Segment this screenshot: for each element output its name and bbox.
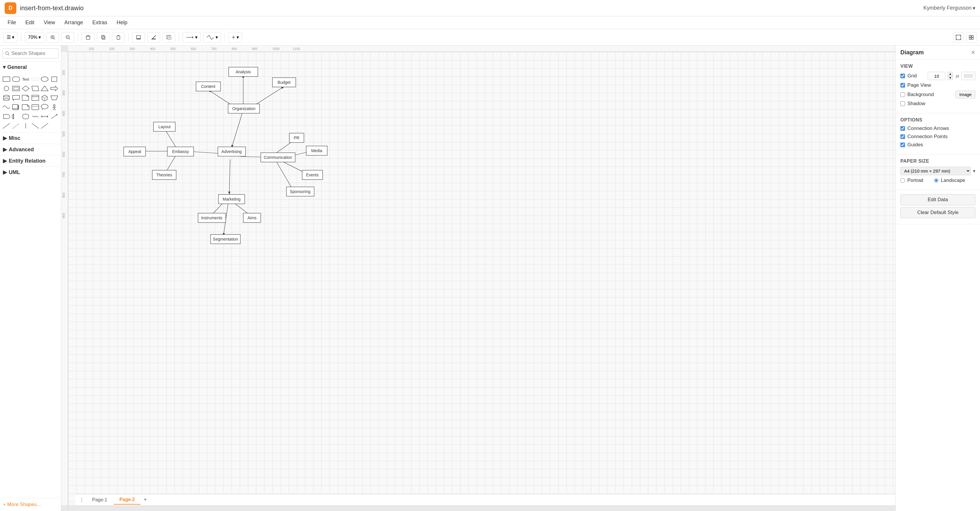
shape-doc[interactable]: [22, 94, 30, 102]
shape-note[interactable]: [22, 103, 30, 111]
shadow-btn[interactable]: [162, 32, 175, 43]
shape-inner-rect[interactable]: [12, 85, 20, 93]
shape-frame[interactable]: [31, 94, 40, 102]
svg-rect-78: [23, 114, 29, 119]
copy-btn[interactable]: [97, 32, 110, 43]
guides-label[interactable]: Guides: [900, 142, 923, 148]
shape-callout[interactable]: [12, 94, 20, 102]
search-input[interactable]: [11, 51, 56, 56]
shape-multi-doc[interactable]: [12, 103, 20, 111]
grid-checkbox-label[interactable]: Grid: [900, 73, 917, 79]
shape-rectangle[interactable]: [2, 75, 11, 83]
zoom-in-btn[interactable]: [46, 32, 59, 43]
guides-checkbox[interactable]: [900, 142, 905, 147]
shape-cylinder[interactable]: [2, 94, 11, 102]
shape-wave[interactable]: [2, 103, 11, 111]
shape-arrow-both[interactable]: [41, 112, 49, 121]
clear-default-style-btn[interactable]: Clear Default Style: [900, 207, 975, 218]
menu-help[interactable]: Help: [113, 18, 132, 27]
page-menu-btn[interactable]: ⋮: [78, 496, 86, 504]
connection-points-checkbox[interactable]: [900, 134, 905, 139]
menu-file[interactable]: File: [3, 18, 20, 27]
grid-color-box[interactable]: [961, 72, 975, 80]
connector-style[interactable]: ▾: [183, 32, 200, 43]
portrait-label[interactable]: Portrait: [900, 177, 923, 184]
shape-trapezoid[interactable]: [50, 94, 58, 102]
shape-squiggle[interactable]: [31, 112, 40, 121]
section-misc-header[interactable]: ▶ Misc: [0, 132, 61, 144]
shape-parallelogram[interactable]: [31, 85, 40, 93]
portrait-radio[interactable]: [900, 178, 905, 183]
shape-speech-bubble[interactable]: [41, 103, 49, 111]
zoom-out-btn[interactable]: [62, 32, 75, 43]
shape-card[interactable]: [31, 103, 40, 111]
user-info[interactable]: Kymberly Fergusson ▾: [923, 5, 975, 11]
grid-checkbox[interactable]: [900, 73, 905, 78]
section-general-header[interactable]: ▾ General: [0, 61, 61, 73]
add-page-btn[interactable]: +: [141, 496, 150, 504]
sidebar-toggle[interactable]: ☰▾: [3, 32, 18, 43]
shape-text[interactable]: Text: [22, 75, 30, 83]
connection-arrows-label[interactable]: Connection Arrows: [900, 126, 949, 131]
format-panel-btn[interactable]: [966, 32, 977, 43]
paper-size-select[interactable]: A4 (210 mm × 297 mm) Letter A3: [900, 167, 970, 175]
shadow-checkbox[interactable]: [900, 101, 905, 106]
shape-ellipse[interactable]: [41, 75, 49, 83]
shape-vertical-line[interactable]: [22, 122, 30, 130]
fill-color-btn[interactable]: [132, 32, 145, 43]
section-uml-header[interactable]: ▶ UML: [0, 166, 61, 178]
grid-pt-down[interactable]: ▼: [948, 76, 953, 80]
menu-edit[interactable]: Edit: [21, 18, 38, 27]
edit-data-btn[interactable]: Edit Data: [900, 194, 975, 205]
shape-arrow-right[interactable]: [50, 85, 58, 93]
section-entity-relation-header[interactable]: ▶ Entity Relation: [0, 155, 61, 166]
menu-view[interactable]: View: [40, 18, 59, 27]
shape-cube[interactable]: [41, 94, 49, 102]
shape-circle[interactable]: [2, 85, 11, 93]
shape-square[interactable]: [50, 75, 58, 83]
shape-triangle-right[interactable]: [41, 85, 49, 93]
shape-rounded-rect[interactable]: [12, 75, 20, 83]
menu-arrange[interactable]: Arrange: [60, 18, 87, 27]
background-label[interactable]: Background: [900, 92, 934, 97]
shape-line[interactable]: [2, 122, 11, 130]
paste-btn[interactable]: [112, 32, 125, 43]
shape-half-circle[interactable]: [12, 112, 20, 121]
page-tab-2[interactable]: Page-2: [114, 495, 141, 505]
background-image-btn[interactable]: Image: [956, 91, 975, 98]
grid-pt-input[interactable]: [928, 72, 945, 80]
shape-diagonal-line2[interactable]: [31, 122, 40, 130]
connection-arrows-checkbox[interactable]: [900, 126, 905, 131]
canvas-area[interactable]: 100 200 300 400 500 600 700 800 900 1000…: [61, 46, 896, 511]
menu-extras[interactable]: Extras: [88, 18, 111, 27]
shape-rounded-square[interactable]: [22, 112, 30, 121]
grid-pt-up[interactable]: ▲: [948, 72, 953, 76]
shape-diagonal-line3[interactable]: [41, 122, 49, 130]
shape-person[interactable]: [50, 103, 58, 111]
connection-points-label[interactable]: Connection Points: [900, 134, 948, 140]
section-advanced-header[interactable]: ▶ Advanced: [0, 144, 61, 155]
section-uml: ▶ UML: [0, 166, 61, 178]
shadow-label[interactable]: Shadow: [900, 101, 925, 107]
fit-page-btn[interactable]: [953, 32, 964, 43]
page-view-checkbox[interactable]: [900, 83, 905, 88]
delete-btn[interactable]: [82, 32, 94, 43]
shape-delay[interactable]: [2, 112, 11, 121]
insert-btn[interactable]: +▾: [228, 32, 242, 43]
page-view-label[interactable]: Page View: [900, 82, 931, 88]
landscape-radio[interactable]: [934, 178, 939, 183]
zoom-control[interactable]: 70% ▾: [25, 32, 44, 43]
shape-arrow-diagonal[interactable]: [50, 112, 58, 121]
panel-close-btn[interactable]: ✕: [971, 50, 975, 56]
shape-dashed-line[interactable]: [12, 122, 20, 130]
background-checkbox[interactable]: [900, 92, 905, 97]
canvas[interactable]: Analysis Budget Content Organization Lay…: [68, 52, 896, 505]
line-color-btn[interactable]: [147, 32, 160, 43]
shape-label-dashed[interactable]: [31, 75, 40, 83]
page-tab-1[interactable]: Page-1: [86, 495, 113, 504]
more-shapes-btn[interactable]: + More Shapes...: [0, 498, 61, 511]
waypoint-style[interactable]: ▾: [203, 32, 221, 43]
paper-size-chevron[interactable]: ▾: [973, 168, 975, 174]
shape-diamond[interactable]: [22, 85, 30, 93]
landscape-label[interactable]: Landscape: [934, 177, 965, 184]
